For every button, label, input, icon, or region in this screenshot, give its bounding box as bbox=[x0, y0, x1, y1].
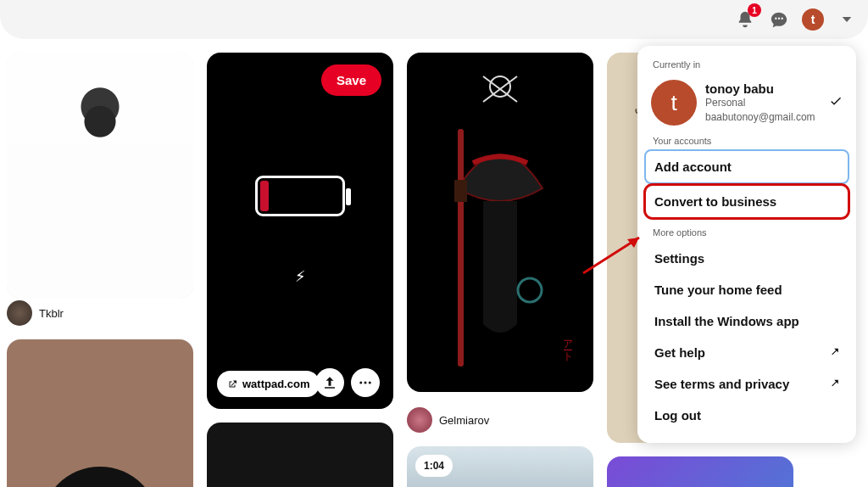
pin-attribution[interactable]: Tkblr bbox=[7, 300, 193, 326]
share-icon bbox=[322, 375, 337, 390]
pin[interactable]: アート bbox=[407, 53, 593, 392]
svg-point-1 bbox=[359, 382, 362, 384]
menu-item-convert-to-business[interactable]: Convert to business bbox=[646, 186, 848, 217]
menu-item-install-app[interactable]: Install the Windows app bbox=[646, 305, 848, 337]
battery-icon bbox=[255, 176, 345, 216]
notifications-button[interactable]: 1 bbox=[731, 5, 760, 34]
svg-point-0 bbox=[41, 467, 159, 487]
pin-image bbox=[7, 339, 193, 487]
author-avatar bbox=[7, 300, 32, 326]
top-bar: 1 t bbox=[0, 0, 868, 39]
account-menu-button[interactable] bbox=[832, 5, 861, 34]
menu-item-label: Settings bbox=[654, 251, 704, 266]
avatar: t bbox=[802, 8, 824, 31]
pin[interactable] bbox=[607, 456, 793, 487]
section-label-your-accounts: Your accounts bbox=[646, 131, 848, 151]
source-chip[interactable]: wattpad.com bbox=[217, 371, 320, 397]
menu-item-label: See terms and privacy bbox=[654, 377, 789, 391]
pin[interactable]: Save ⚡︎ wattpad.com bbox=[207, 53, 393, 409]
notification-badge: 1 bbox=[748, 3, 761, 17]
menu-item-terms[interactable]: See terms and privacy bbox=[646, 368, 848, 400]
menu-item-tune-feed[interactable]: Tune your home feed bbox=[646, 274, 848, 305]
svg-point-2 bbox=[364, 382, 367, 384]
pin-image bbox=[7, 53, 193, 299]
pin-attribution[interactable]: Gelmiarov bbox=[407, 407, 593, 433]
chat-icon bbox=[770, 10, 788, 29]
menu-item-logout[interactable]: Log out bbox=[646, 400, 848, 431]
author-avatar bbox=[407, 407, 432, 433]
menu-item-label: Tune your home feed bbox=[654, 283, 782, 297]
menu-item-label: Convert to business bbox=[654, 194, 776, 209]
section-label-currently-in: Currently in bbox=[646, 54, 848, 75]
video-duration: 1:04 bbox=[415, 455, 453, 477]
menu-item-label: Get help bbox=[654, 345, 705, 360]
external-link-icon bbox=[827, 347, 839, 359]
menu-item-label: Add account bbox=[654, 160, 732, 174]
share-button[interactable] bbox=[315, 368, 344, 397]
account-type: Personal bbox=[705, 96, 815, 109]
svg-point-3 bbox=[369, 382, 371, 384]
grid-column: Tkblr bbox=[7, 53, 193, 487]
account-menu-panel: Currently in t tonoy babu Personal baabu… bbox=[637, 46, 856, 443]
grid-column: Save ⚡︎ wattpad.com bbox=[207, 53, 393, 487]
current-account-row[interactable]: t tonoy babu Personal baabutonoy@gmail.c… bbox=[646, 75, 848, 131]
section-label-more-options: More options bbox=[646, 222, 848, 243]
author-name: Gelmiarov bbox=[439, 414, 489, 427]
svg-rect-9 bbox=[454, 180, 467, 202]
pin[interactable] bbox=[207, 423, 393, 487]
svg-rect-8 bbox=[458, 129, 464, 367]
external-link-icon bbox=[827, 378, 839, 390]
save-button[interactable]: Save bbox=[321, 64, 381, 96]
more-button[interactable] bbox=[351, 368, 380, 397]
svg-text:アート: アート bbox=[562, 333, 574, 361]
check-icon bbox=[829, 94, 843, 108]
account-name: tonoy babu bbox=[705, 81, 815, 96]
author-name: Tkblr bbox=[39, 307, 64, 320]
lightning-icon: ⚡︎ bbox=[295, 267, 306, 286]
selected-check bbox=[829, 94, 843, 111]
profile-button[interactable]: t bbox=[798, 5, 827, 34]
pin[interactable] bbox=[7, 339, 193, 487]
account-email: baabutonoy@gmail.com bbox=[705, 110, 815, 124]
more-icon bbox=[358, 375, 373, 390]
menu-item-get-help[interactable]: Get help bbox=[646, 337, 848, 368]
external-link-icon bbox=[227, 379, 237, 389]
pin[interactable]: Tkblr bbox=[7, 53, 193, 326]
chevron-down-icon bbox=[839, 12, 854, 27]
account-info: tonoy babu Personal baabutonoy@gmail.com bbox=[705, 81, 815, 123]
svg-point-7 bbox=[518, 278, 542, 302]
pin[interactable]: 1:04 bbox=[407, 446, 593, 487]
account-avatar: t bbox=[651, 80, 697, 126]
menu-item-label: Log out bbox=[654, 408, 701, 423]
menu-item-label: Install the Windows app bbox=[654, 314, 799, 328]
source-label: wattpad.com bbox=[242, 378, 309, 390]
menu-item-add-account[interactable]: Add account bbox=[646, 151, 848, 182]
pin-image: アート bbox=[407, 53, 593, 392]
grid-column: アート Gelmiarov 1:04 bbox=[407, 53, 593, 487]
messages-button[interactable] bbox=[765, 5, 793, 34]
menu-item-settings[interactable]: Settings bbox=[646, 243, 848, 274]
